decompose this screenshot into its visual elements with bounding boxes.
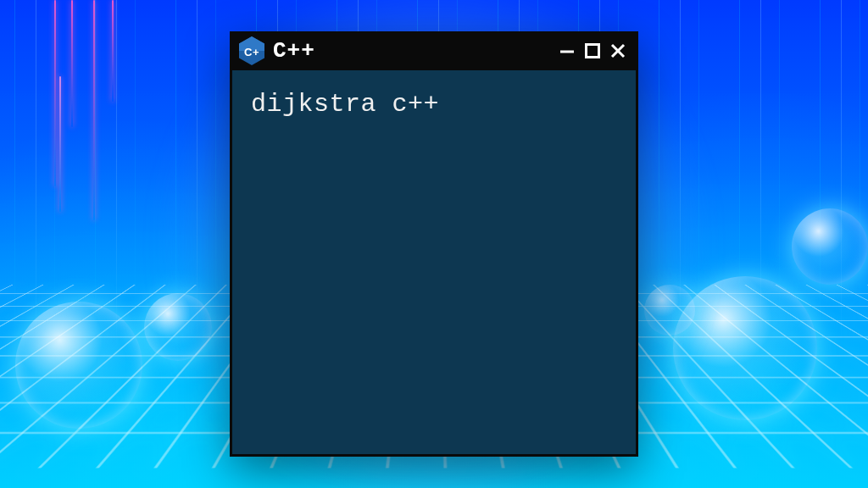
close-button[interactable] [609,42,627,60]
window-controls [558,42,627,60]
terminal-window: C+ C++ dijkstra c++ [230,31,638,457]
svg-rect-1 [587,45,599,58]
window-title: C++ [273,40,315,62]
glow-orb [15,302,142,429]
close-icon [609,42,626,59]
minimize-icon [559,42,576,59]
terminal-text: dijkstra c++ [251,90,439,119]
glow-orb [792,208,868,285]
titlebar[interactable]: C+ C++ [232,31,636,70]
minimize-button[interactable] [558,42,576,60]
terminal-body[interactable]: dijkstra c++ [232,70,636,139]
cpp-logo-icon: C+ [239,36,264,65]
maximize-icon [584,42,601,59]
maximize-button[interactable] [583,42,602,60]
